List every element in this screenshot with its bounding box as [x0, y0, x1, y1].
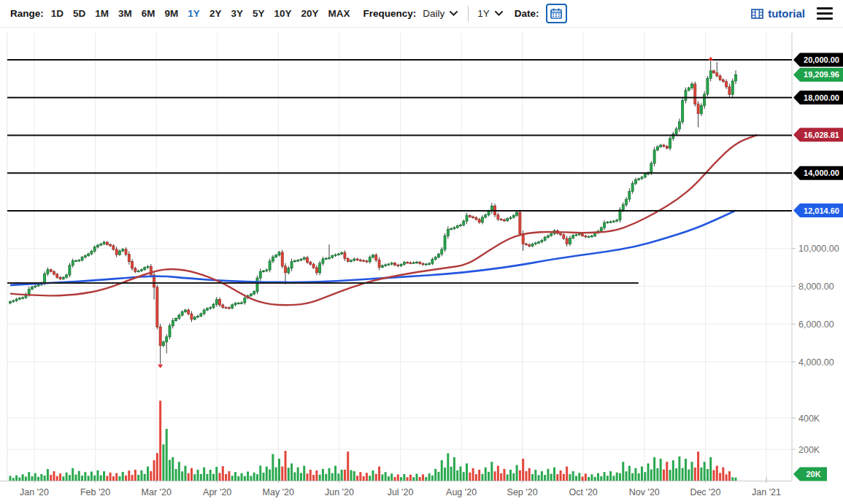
- tutorial-film-icon: [751, 9, 763, 19]
- range-option-9m[interactable]: 9M: [165, 8, 179, 19]
- svg-text:4,000.00: 4,000.00: [798, 357, 834, 368]
- toolbar-right: tutorial: [751, 6, 834, 22]
- svg-text:19,209.96: 19,209.96: [804, 70, 839, 79]
- date-label: Date:: [515, 8, 539, 19]
- range-label: Range:: [10, 8, 44, 19]
- range-option-20y[interactable]: 20Y: [301, 8, 318, 19]
- svg-text:Jan '20: Jan '20: [20, 487, 49, 497]
- price-badge[interactable]: 20,000.00: [793, 53, 843, 67]
- svg-text:Aug '20: Aug '20: [446, 487, 477, 497]
- volume-bars-layer: [9, 400, 737, 481]
- price-badge[interactable]: 20K: [793, 468, 827, 481]
- range-option-1y[interactable]: 1Y: [188, 8, 200, 19]
- svg-text:14,000.00: 14,000.00: [804, 168, 839, 177]
- frequency-value: Daily: [423, 8, 444, 19]
- range-option-5d[interactable]: 5D: [73, 8, 85, 19]
- range-option-2y[interactable]: 2Y: [209, 8, 222, 19]
- chevron-down-icon: [450, 11, 458, 16]
- svg-text:10,000.00: 10,000.00: [798, 244, 839, 254]
- price-badge[interactable]: 16,028.81: [793, 128, 843, 141]
- moving-average-slow-line: [10, 211, 736, 285]
- tutorial-label: tutorial: [768, 7, 805, 20]
- toolbar-divider: [468, 6, 469, 22]
- range-option-1m[interactable]: 1M: [95, 8, 109, 19]
- toolbar: Range: 1D5D1M3M6M9M1Y2Y3Y5Y10Y20YMAX Fre…: [0, 0, 843, 28]
- svg-text:Feb '20: Feb '20: [80, 487, 110, 497]
- svg-text:Oct '20: Oct '20: [569, 487, 598, 497]
- svg-text:6,000.00: 6,000.00: [798, 319, 834, 330]
- tutorial-link[interactable]: tutorial: [751, 7, 805, 20]
- range-option-max[interactable]: MAX: [328, 8, 350, 19]
- svg-text:Sep '20: Sep '20: [507, 487, 538, 497]
- svg-text:200K: 200K: [798, 445, 820, 455]
- range-option-1d[interactable]: 1D: [51, 8, 63, 19]
- svg-text:Jul '20: Jul '20: [388, 487, 414, 497]
- range-option-5y[interactable]: 5Y: [253, 8, 265, 19]
- price-badge[interactable]: 19,209.96: [793, 68, 843, 82]
- svg-text:20,000.00: 20,000.00: [804, 55, 839, 64]
- frequency-label: Frequency:: [363, 8, 416, 19]
- svg-text:Mar '20: Mar '20: [142, 487, 172, 497]
- price-badge[interactable]: 12,014.60: [793, 203, 843, 217]
- candlestick-layer: [9, 61, 737, 364]
- price-badge[interactable]: 18,000.00: [793, 90, 843, 104]
- svg-text:12,014.60: 12,014.60: [804, 206, 839, 215]
- menu-icon[interactable]: [815, 6, 834, 22]
- range-option-6m[interactable]: 6M: [142, 8, 155, 19]
- period-select[interactable]: 1Y: [477, 8, 503, 19]
- svg-text:18,000.00: 18,000.00: [804, 93, 839, 102]
- chevron-down-icon: [495, 11, 503, 16]
- moving-average-fast-line: [10, 135, 758, 305]
- frequency-select[interactable]: Daily: [423, 8, 458, 19]
- range-option-3m[interactable]: 3M: [118, 8, 132, 19]
- svg-text:Jan '21: Jan '21: [752, 487, 781, 497]
- svg-text:8,000.00: 8,000.00: [798, 282, 834, 292]
- period-value: 1Y: [477, 8, 490, 19]
- chart-svg[interactable]: Jan '20Feb '20Mar '20Apr '20May '20Jun '…: [0, 0, 843, 504]
- date-picker-button[interactable]: [546, 4, 567, 23]
- chart-canvas[interactable]: Jan '20Feb '20Mar '20Apr '20May '20Jun '…: [0, 0, 843, 504]
- svg-text:Apr '20: Apr '20: [203, 487, 231, 497]
- range-option-3y[interactable]: 3Y: [231, 8, 243, 19]
- range-option-10y[interactable]: 10Y: [274, 8, 291, 19]
- calendar-icon: [550, 8, 562, 19]
- range-options: 1D5D1M3M6M9M1Y2Y3Y5Y10Y20YMAX: [51, 8, 350, 19]
- svg-text:Nov '20: Nov '20: [629, 487, 660, 497]
- svg-text:Dec '20: Dec '20: [690, 487, 720, 497]
- y-grid-layer: [0, 33, 792, 481]
- svg-text:Jun '20: Jun '20: [325, 487, 354, 497]
- svg-text:May '20: May '20: [263, 487, 294, 497]
- alert-markers: [158, 57, 713, 368]
- svg-text:16,028.81: 16,028.81: [804, 131, 839, 139]
- svg-text:400K: 400K: [798, 414, 820, 424]
- price-axis-labels: 10,000.008,000.006,000.004,000.00400K200…: [792, 244, 839, 454]
- svg-text:20K: 20K: [806, 470, 820, 478]
- price-badge[interactable]: 14,000.00: [793, 166, 843, 180]
